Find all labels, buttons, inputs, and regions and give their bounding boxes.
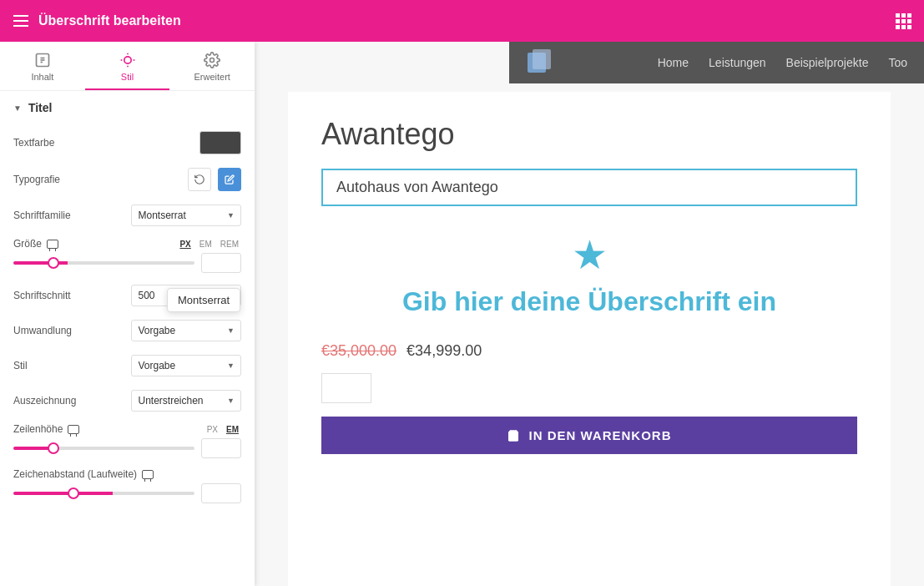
cart-icon <box>507 429 520 442</box>
umwandlung-select-wrap: Vorgabe <box>131 320 242 341</box>
preview-nav-items: Home Leistungen Beispielprojekte Too <box>658 56 907 69</box>
groesse-input[interactable]: 20 <box>201 253 241 273</box>
zeichenabstand-label: Zeichenabstand (Laufweite) <box>13 468 154 480</box>
svg-point-9 <box>210 58 215 63</box>
preview-add-to-cart-button[interactable]: IN DEN WARENKORB <box>321 417 857 454</box>
stil-label: Stil <box>13 360 124 371</box>
svg-rect-11 <box>533 49 551 69</box>
preview-area: Home Leistungen Beispielprojekte Too Awa… <box>255 42 924 586</box>
typografie-reset-button[interactable] <box>188 168 211 191</box>
groesse-label: Größe <box>13 238 58 250</box>
nav-item-beispielprojekte[interactable]: Beispielprojekte <box>786 56 869 69</box>
zeichenabstand-input[interactable] <box>201 483 241 503</box>
preview-subtitle[interactable]: Autohaus von Awantego <box>321 169 857 206</box>
groesse-monitor-icon[interactable] <box>47 240 58 249</box>
stil-select-wrap: Vorgabe <box>131 355 242 376</box>
nav-item-too[interactable]: Too <box>888 56 907 69</box>
typografie-edit-button[interactable] <box>218 168 241 191</box>
tab-erweitert-label: Erweitert <box>194 72 230 82</box>
preview-new-price: €34,999.00 <box>406 342 482 360</box>
textfarbe-row: Textfarbe <box>0 124 255 161</box>
nav-item-leistungen[interactable]: Leistungen <box>709 56 766 69</box>
schriftfamilie-select[interactable]: Montserrat <box>131 205 242 226</box>
zeilenhoehe-input[interactable] <box>201 438 241 458</box>
groesse-units: PX EM REM <box>177 239 241 250</box>
umwandlung-label: Umwandlung <box>13 325 124 336</box>
zeilenhoehe-unit-px[interactable]: PX <box>204 424 220 435</box>
main-layout: Inhalt Stil Erweitert ▼ Titel Textfarbe <box>0 42 924 586</box>
section-header-titel[interactable]: ▼ Titel <box>0 91 255 124</box>
tab-inhalt-label: Inhalt <box>31 72 53 82</box>
zeichenabstand-slider[interactable] <box>13 492 194 495</box>
typografie-label: Typografie <box>13 174 181 185</box>
grid-icon[interactable] <box>896 13 911 29</box>
schriftfamilie-label: Schriftfamilie <box>13 210 124 221</box>
typografie-row: Typografie <box>0 161 255 198</box>
svg-point-4 <box>124 57 130 63</box>
auszeichnung-select[interactable]: Unterstreichen <box>131 390 242 412</box>
groesse-slider[interactable] <box>13 261 194 265</box>
unit-rem[interactable]: REM <box>218 239 241 250</box>
top-bar-title: Überschrift bearbeiten <box>38 13 181 28</box>
top-bar: Überschrift bearbeiten <box>0 0 924 42</box>
zeilenhoehe-monitor-icon[interactable] <box>68 425 79 434</box>
textfarbe-swatch[interactable] <box>199 131 241 154</box>
tab-inhalt[interactable]: Inhalt <box>0 42 85 90</box>
preview-price-row: €35,000.00 €34,999.00 <box>321 342 857 360</box>
unit-px[interactable]: PX <box>177 239 193 250</box>
preview-qty[interactable]: 1 <box>321 373 371 403</box>
auszeichnung-select-wrap: Unterstreichen <box>131 390 242 412</box>
preview-old-price: €35,000.00 <box>321 342 396 360</box>
schriftfamilie-row: Schriftfamilie Montserrat <box>0 198 255 233</box>
preview-heading[interactable]: Gib hier deine Überschrift ein <box>321 286 857 317</box>
unit-em[interactable]: EM <box>197 239 215 250</box>
zeilenhoehe-unit-em[interactable]: EM <box>224 424 241 435</box>
tab-stil-label: Stil <box>121 72 134 82</box>
preview-content: Awantego Autohaus von Awantego ★ Gib hie… <box>288 92 891 586</box>
tab-stil[interactable]: Stil <box>85 42 170 90</box>
stil-row: Stil Vorgabe <box>0 348 255 383</box>
textfarbe-label: Textfarbe <box>13 137 193 149</box>
section-arrow: ▼ <box>13 104 22 113</box>
zeilenhoehe-units: PX EM <box>204 424 241 435</box>
section-title: Titel <box>28 101 53 114</box>
umwandlung-select[interactable]: Vorgabe <box>131 320 242 341</box>
groesse-row: Größe PX EM REM 20 <box>0 233 255 278</box>
preview-nav-logo <box>526 48 556 78</box>
nav-item-home[interactable]: Home <box>658 56 689 69</box>
umwandlung-row: Umwandlung Vorgabe <box>0 313 255 348</box>
tab-erweitert[interactable]: Erweitert <box>169 42 255 90</box>
schriftschnitt-label: Schriftschnitt <box>13 290 124 301</box>
font-tooltip: Montserrat <box>167 288 240 312</box>
auszeichnung-row: Auszeichnung Unterstreichen <box>0 383 255 418</box>
preview-site-title: Awantego <box>321 117 857 152</box>
hamburger-icon[interactable] <box>13 15 28 27</box>
schriftfamilie-select-wrap: Montserrat <box>131 205 242 226</box>
zeichenabstand-row: Zeichenabstand (Laufweite) <box>0 463 255 508</box>
left-panel: Inhalt Stil Erweitert ▼ Titel Textfarbe <box>0 42 255 586</box>
zeilenhoehe-slider[interactable] <box>13 447 194 450</box>
zeilenhoehe-label: Zeilenhöhe <box>13 423 79 435</box>
panel-tabs: Inhalt Stil Erweitert <box>0 42 255 91</box>
zeichenabstand-monitor-icon[interactable] <box>142 470 154 479</box>
auszeichnung-label: Auszeichnung <box>13 395 124 407</box>
preview-nav: Home Leistungen Beispielprojekte Too <box>509 42 924 83</box>
logo-icon <box>526 48 556 78</box>
stil-select[interactable]: Vorgabe <box>131 355 242 376</box>
zeilenhoehe-row: Zeilenhöhe PX EM <box>0 418 255 463</box>
preview-star: ★ <box>321 231 857 278</box>
